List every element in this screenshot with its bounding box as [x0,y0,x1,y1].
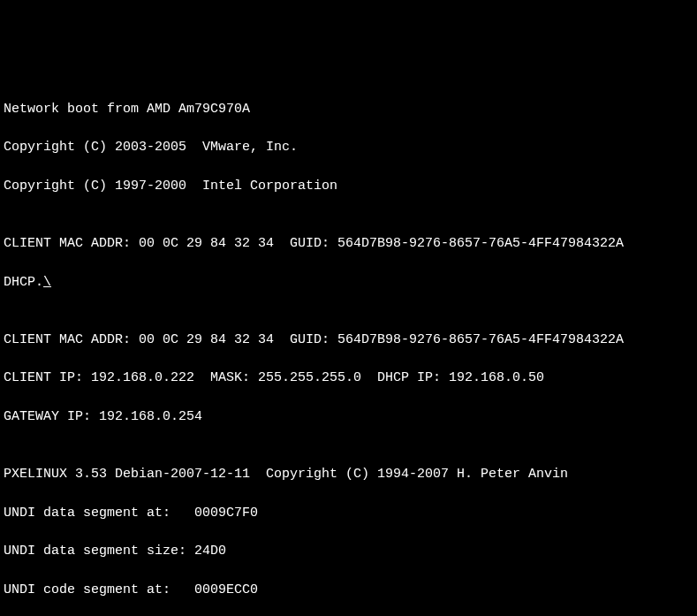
boot-terminal: Network boot from AMD Am79C970A Copyrigh… [0,77,697,616]
boot-line: UNDI data segment at: 0009C7F0 [4,504,697,523]
boot-line: CLIENT MAC ADDR: 00 0C 29 84 32 34 GUID:… [4,331,697,350]
boot-line: UNDI code segment at: 0009ECC0 [4,581,697,600]
boot-line: Copyright (C) 1997-2000 Intel Corporatio… [4,177,697,196]
boot-line: GATEWAY IP: 192.168.0.254 [4,407,697,427]
dhcp-label: DHCP. [4,275,43,290]
dhcp-spinner: \ [43,275,51,290]
boot-line: UNDI data segment size: 24D0 [4,542,697,561]
boot-line: Network boot from AMD Am79C970A [4,100,697,119]
boot-line: CLIENT IP: 192.168.0.222 MASK: 255.255.2… [4,369,697,388]
boot-line: CLIENT MAC ADDR: 00 0C 29 84 32 34 GUID:… [4,234,697,254]
boot-line: PXELINUX 3.53 Debian-2007-12-11 Copyrigh… [4,465,697,484]
boot-line: DHCP.\ [4,273,697,293]
boot-line: Copyright (C) 2003-2005 VMware, Inc. [4,138,697,157]
